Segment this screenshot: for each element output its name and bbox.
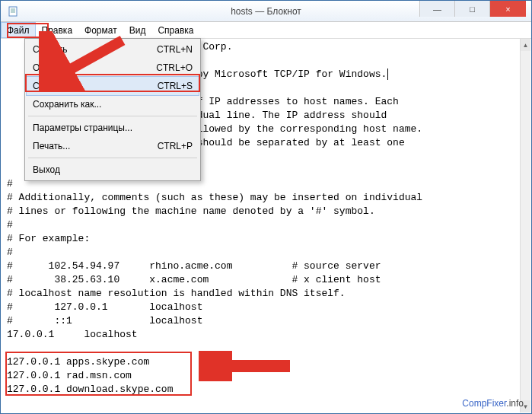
- text-line: [7, 342, 519, 355]
- menu-item-label: Сохранить как...: [33, 99, 101, 110]
- text-line: # Additionally, comments (such as these)…: [7, 191, 519, 205]
- menu-item-выход[interactable]: Выход: [27, 161, 199, 179]
- watermark: CompFixer.info: [462, 398, 524, 409]
- file-menu-dropdown: СоздатьCTRL+NОткрыть...CTRL+OСохранитьCT…: [24, 38, 201, 181]
- menu-item-label: Выход: [33, 164, 60, 175]
- menu-вид[interactable]: Вид: [123, 22, 152, 38]
- vertical-scrollbar[interactable]: ▲ ▼: [520, 39, 530, 412]
- menu-item-label: Создать: [33, 44, 68, 55]
- menu-справка[interactable]: Справка: [151, 22, 199, 38]
- svg-rect-0: [9, 7, 17, 16]
- menu-item-shortcut: CTRL+P: [158, 141, 193, 151]
- text-line: # 102.54.94.97 rhino.acme.com # source s…: [7, 260, 519, 273]
- menu-item-создать[interactable]: СоздатьCTRL+N: [27, 40, 199, 59]
- text-line: 127.0.0.1 rad.msn.com: [7, 369, 519, 383]
- text-line: # 127.0.0.1 localhost: [7, 301, 519, 314]
- menu-item-shortcut: CTRL+N: [157, 44, 193, 55]
- menu-separator: [28, 116, 197, 116]
- text-line: # For example:: [7, 232, 519, 246]
- maximize-button[interactable]: □: [454, 1, 489, 17]
- menu-item-label: Сохранить: [33, 81, 78, 91]
- close-button[interactable]: ×: [489, 1, 526, 17]
- menu-separator: [28, 158, 197, 158]
- window-title: hosts — Блокнот: [231, 6, 301, 17]
- menu-item-параметры-страницы[interactable]: Параметры страницы...: [27, 119, 199, 137]
- text-line: 127.0.0.1 apps.skype.com: [7, 355, 519, 369]
- menu-item-label: Открыть...: [33, 62, 76, 73]
- menubar: ФайлПравкаФорматВидСправка: [1, 22, 531, 39]
- menu-формат[interactable]: Формат: [78, 22, 123, 38]
- menu-item-печать[interactable]: Печать...CTRL+P: [27, 137, 199, 155]
- text-line: # localhost name resolution is handled w…: [7, 287, 519, 301]
- text-line: #: [7, 246, 519, 260]
- menu-item-label: Печать...: [33, 141, 70, 151]
- text-line: # 38.25.63.10 x.acme.com # x client host: [7, 273, 519, 287]
- menu-item-сохранить[interactable]: СохранитьCTRL+S: [27, 77, 199, 95]
- menu-item-сохранить-как[interactable]: Сохранить как...: [27, 95, 199, 113]
- menu-item-label: Параметры страницы...: [33, 123, 132, 133]
- text-cursor: [387, 68, 388, 80]
- menu-правка[interactable]: Правка: [36, 22, 79, 38]
- text-line: 17.0.0.1 localhost: [7, 328, 519, 342]
- minimize-button[interactable]: —: [419, 1, 454, 17]
- notepad-icon: [7, 5, 19, 18]
- menu-item-shortcut: CTRL+O: [156, 62, 193, 73]
- text-line: # lines or following the machine name de…: [7, 205, 519, 218]
- text-line: #: [7, 218, 519, 232]
- text-line: 127.0.0.1 download.skype.com: [7, 383, 519, 396]
- menu-файл[interactable]: Файл: [1, 22, 36, 38]
- window-controls: — □ ×: [419, 1, 526, 17]
- menu-item-открыть[interactable]: Открыть...CTRL+O: [27, 59, 199, 77]
- titlebar: hosts — Блокнот — □ ×: [1, 1, 531, 22]
- text-line: # ::1 localhost: [7, 314, 519, 328]
- scroll-up-icon[interactable]: ▲: [521, 39, 530, 51]
- menu-item-shortcut: CTRL+S: [158, 81, 193, 91]
